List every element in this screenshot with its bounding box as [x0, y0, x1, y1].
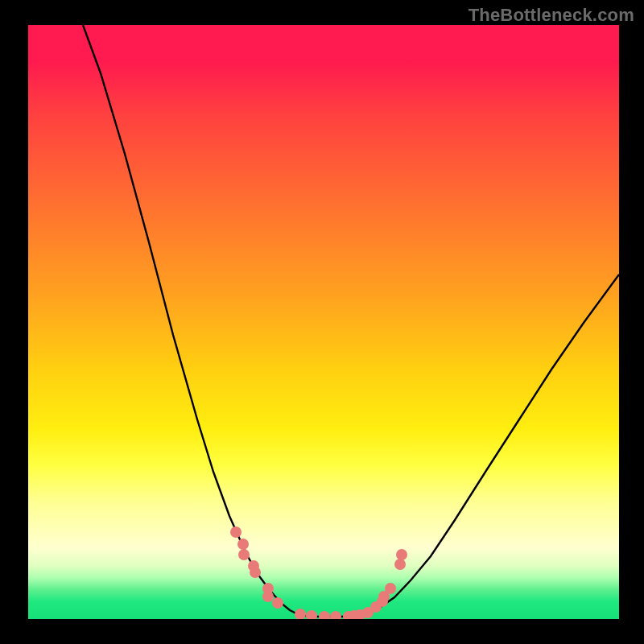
bottleneck-curve	[83, 25, 619, 617]
data-dot	[396, 549, 407, 560]
data-dot	[230, 526, 242, 538]
data-dot	[306, 610, 317, 619]
data-dot	[295, 609, 306, 619]
data-dot	[385, 583, 396, 594]
outer-frame: TheBottleneck.com	[0, 0, 644, 644]
data-dot	[237, 539, 249, 550]
plot-area	[28, 25, 619, 619]
data-dot	[330, 611, 341, 619]
data-dot	[250, 567, 261, 578]
curve-layer	[28, 25, 619, 619]
data-dots	[230, 526, 407, 619]
data-dot	[238, 549, 250, 560]
data-dot	[394, 559, 406, 570]
attribution-text: TheBottleneck.com	[469, 5, 634, 26]
data-dot	[262, 591, 274, 602]
data-dot	[272, 597, 283, 609]
data-dot	[319, 611, 330, 619]
